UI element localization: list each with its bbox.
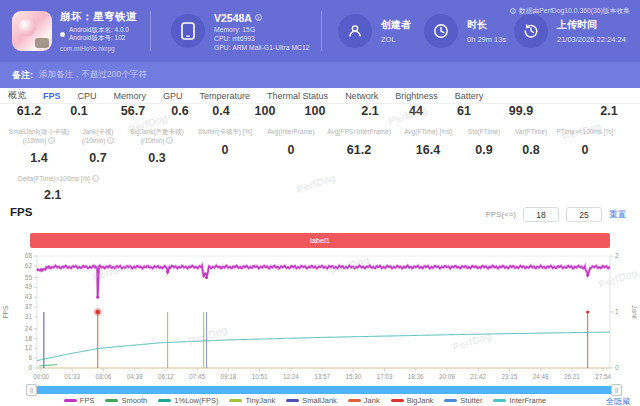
legend-item-InterFrame[interactable]: InterFrame — [493, 396, 546, 405]
chart-scrollbar[interactable]: || || — [30, 386, 618, 394]
delta-ftime-label: Delta(FTime)>100ms [/h] — [18, 175, 90, 182]
tab-Battery[interactable]: Battery — [455, 91, 484, 101]
tab-概览[interactable]: 概览 — [8, 89, 26, 102]
legend-swatch — [105, 399, 118, 402]
legend-label: FPS — [80, 396, 95, 405]
summary-value: 2.1 — [344, 104, 396, 118]
remark-placeholder: 添加备注，不超过200个字符 — [39, 69, 147, 81]
metric-label: SmallJank(微小卡顿)(/10min) i — [8, 128, 70, 145]
svg-text:09:18: 09:18 — [220, 373, 236, 380]
info-icon[interactable]: i — [92, 175, 99, 182]
device-cpu: CPU: mt6993 — [214, 35, 310, 42]
legend-item-TinyJank[interactable]: TinyJank — [229, 396, 275, 405]
svg-text:01:33: 01:33 — [64, 373, 80, 380]
device-info-icon[interactable]: i — [255, 14, 262, 21]
metric-label: Avg(InterFrame) — [262, 128, 320, 137]
summary-value: 61.2 — [4, 104, 54, 118]
creator-label: 创建者 — [381, 18, 411, 32]
summary-value: 56.7 — [104, 104, 162, 118]
tab-Brightness[interactable]: Brightness — [395, 91, 438, 101]
svg-text:62: 62 — [25, 262, 33, 269]
scrollbar-right-handle[interactable]: || — [611, 384, 622, 396]
user-icon — [338, 14, 372, 48]
legend-swatch — [444, 399, 457, 402]
upload-time-label: 上传时间 — [557, 18, 626, 32]
fps-threshold-low-input[interactable] — [523, 207, 559, 222]
legend-label: SmallJank — [302, 396, 337, 405]
tab-FPS[interactable]: FPS — [43, 91, 61, 101]
metric-value: 61.2 — [324, 143, 394, 157]
delta-ftime-value: 2.1 — [44, 188, 99, 202]
tab-CPU[interactable]: CPU — [78, 91, 97, 101]
tab-Network[interactable]: Network — [345, 91, 378, 101]
duration-value: 0h 29m 13s — [467, 35, 506, 44]
svg-text:24:48: 24:48 — [533, 373, 549, 380]
clock-icon — [424, 14, 458, 48]
chart-label-banner[interactable]: label1 — [30, 233, 610, 248]
metric-cell: Var(FTime)0.8 — [510, 128, 552, 165]
svg-text:17:03: 17:03 — [377, 373, 393, 380]
svg-text:21:42: 21:42 — [470, 373, 486, 380]
summary-value: 61 — [436, 104, 492, 118]
tab-bar: 概览FPSCPUMemoryGPUTemperatureThermal Stat… — [0, 88, 640, 104]
app-package: com.miHoYo.hkrpg — [60, 45, 137, 52]
history-clock-icon — [514, 14, 548, 48]
legend-item-1%Low(FPS)[interactable]: 1%Low(FPS) — [158, 396, 218, 405]
app-section: 崩坏：星穹铁道 Android版本名: 4.0.0 Android版本号: 10… — [0, 10, 150, 52]
svg-text:12: 12 — [25, 344, 33, 351]
metric-cell: Avg(FPS=InterFrame)61.2 — [324, 128, 394, 165]
legend-item-Smooth[interactable]: Smooth — [105, 396, 147, 405]
duration-label: 时长 — [467, 18, 506, 32]
svg-text:00:00: 00:00 — [33, 373, 49, 380]
remark-bar[interactable]: 备注: 添加备注，不超过200个字符 — [0, 62, 640, 88]
metric-label: Avg(FPS=InterFrame) — [324, 128, 394, 137]
legend-swatch — [493, 399, 506, 402]
creator-value: ZOL — [381, 35, 411, 44]
info-icon: i — [510, 8, 516, 14]
svg-text:15:30: 15:30 — [345, 373, 361, 380]
app-title: 崩坏：星穹铁道 — [60, 10, 137, 24]
android-version-code: Android版本号: 102 — [69, 34, 129, 42]
android-version-name: Android版本名: 4.0.0 — [69, 26, 129, 34]
legend-item-FPS[interactable]: FPS — [64, 396, 95, 405]
summary-value: 100 — [286, 104, 344, 118]
svg-text:24: 24 — [25, 325, 33, 332]
metric-label: Var(FTime) — [510, 128, 552, 137]
reset-button[interactable]: 重置 — [609, 209, 626, 221]
svg-text:12:24: 12:24 — [283, 373, 299, 380]
legend-item-BigJank[interactable]: BigJank — [391, 396, 434, 405]
app-version-lines: Android版本名: 4.0.0 Android版本号: 102 — [69, 26, 129, 42]
remark-label: 备注: — [12, 69, 33, 82]
svg-text:68: 68 — [25, 252, 33, 259]
legend-label: 1%Low(FPS) — [174, 396, 218, 405]
info-icon[interactable]: i — [48, 137, 55, 144]
metric-label: FTime>=100ms [%] — [556, 128, 614, 137]
metric-label: BigJank(严重卡顿)(/10min) i — [126, 128, 188, 145]
legend-item-SmallJank[interactable]: SmallJank — [286, 396, 337, 405]
report-header: 崩坏：星穹铁道 Android版本名: 4.0.0 Android版本号: 10… — [0, 0, 640, 62]
hide-all-button[interactable]: 全隐藏 — [606, 396, 630, 406]
upload-time-section: 上传时间 21/03/2026 22:24:24 — [504, 14, 626, 48]
tab-Temperature[interactable]: Temperature — [200, 91, 251, 101]
metric-value: 0.9 — [462, 143, 506, 157]
tab-Memory[interactable]: Memory — [114, 91, 147, 101]
legend-item-Stutter[interactable]: Stutter — [444, 396, 482, 405]
info-icon[interactable]: i — [107, 137, 114, 144]
legend-swatch — [391, 399, 404, 402]
app-info: 崩坏：星穹铁道 Android版本名: 4.0.0 Android版本号: 10… — [60, 10, 137, 52]
metric-value: 0 — [192, 143, 258, 157]
info-icon[interactable]: i — [166, 137, 173, 144]
summary-value: 2.1 — [550, 104, 640, 118]
svg-text:0: 0 — [615, 364, 619, 371]
tab-GPU[interactable]: GPU — [163, 91, 183, 101]
metric-cell: Stutter(卡顿率) [%]0 — [192, 128, 258, 165]
legend-item-Jank[interactable]: Jank — [348, 396, 380, 405]
metric-value: 0 — [262, 143, 320, 157]
fps-threshold-high-input[interactable] — [566, 207, 602, 222]
metric-cell: FTime>=100ms [%]0 — [556, 128, 614, 165]
metric-value: 0.8 — [510, 143, 552, 157]
tab-Thermal Status[interactable]: Thermal Status — [267, 91, 328, 101]
summary-value: 0.6 — [162, 104, 198, 118]
legend-swatch — [158, 399, 171, 402]
legend-label: Stutter — [460, 396, 482, 405]
